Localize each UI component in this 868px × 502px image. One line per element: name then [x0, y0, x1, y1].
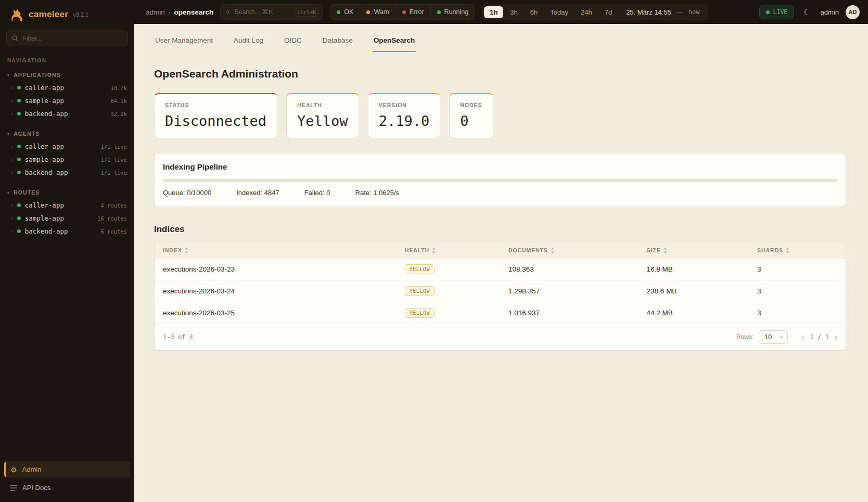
time-range-1h[interactable]: 1h	[484, 6, 503, 18]
tab-user-management[interactable]: User Management	[154, 36, 214, 52]
item-badge: 16 routes	[97, 215, 127, 222]
table-footer: 1-3 of 3 Rows: 10 ▾ ‹ 1 / 1 ›	[155, 324, 846, 350]
sidebar-item-app-caller[interactable]: › caller-app 10.7k	[0, 81, 134, 94]
time-range-today[interactable]: Today	[544, 6, 574, 18]
stat-value: Yellow	[297, 113, 348, 129]
time-range-now: now	[684, 8, 706, 16]
filter-ok-button[interactable]: OK	[330, 5, 360, 19]
pipeline-queue: Queue: 0/10000	[163, 189, 211, 197]
status-dot	[17, 158, 21, 161]
time-range-7d[interactable]: 7d	[599, 6, 618, 18]
table-row[interactable]: executions-2026-03-23 YELLOW 108.363 16.…	[155, 259, 846, 280]
cell-index: executions-2026-03-24	[155, 280, 397, 302]
page-indicator: 1 / 1	[810, 333, 829, 341]
table-row[interactable]: executions-2026-03-24 YELLOW 1.298.357 2…	[155, 280, 846, 302]
time-range-3h[interactable]: 3h	[504, 6, 523, 18]
item-label: sample-app	[25, 97, 64, 105]
list-icon	[10, 485, 17, 491]
sidebar-item-admin[interactable]: ⚙ Admin	[4, 461, 130, 478]
item-badge: 4 routes	[100, 202, 127, 209]
moon-icon: ☾	[803, 8, 811, 17]
stat-label: VERSION	[379, 102, 430, 108]
column-header-documents[interactable]: DOCUMENTS	[500, 242, 639, 259]
sidebar-item-route-sample[interactable]: › sample-app 16 routes	[0, 212, 134, 225]
caret-down-icon: ▾	[7, 73, 10, 78]
tab-database[interactable]: Database	[322, 36, 354, 52]
gear-icon: ⚙	[10, 466, 17, 473]
cell-shards: 3	[749, 302, 846, 324]
caret-down-icon: ▾	[7, 132, 10, 136]
section-header-routes[interactable]: ▾ ROUTES	[0, 187, 134, 199]
api-docs-label: API Docs	[22, 484, 50, 492]
pipeline-title: Indexing Pipeline	[163, 162, 837, 171]
breadcrumb-root[interactable]: admin	[146, 8, 165, 16]
filter-input[interactable]	[22, 34, 122, 42]
column-header-index[interactable]: INDEX	[155, 242, 397, 259]
tab-opensearch[interactable]: OpenSearch	[373, 36, 416, 52]
sidebar-item-app-sample[interactable]: › sample-app 84.1k	[0, 94, 134, 107]
item-badge: 6 routes	[100, 228, 127, 235]
chevron-right-icon: ›	[11, 85, 13, 91]
stat-cards: STATUS Disconnected HEALTH Yellow VERSIO…	[154, 93, 846, 138]
stat-value: 0	[460, 113, 482, 129]
filter-error-button[interactable]: Error	[395, 5, 430, 19]
tab-audit-log[interactable]: Audit Log	[233, 36, 264, 52]
status-dot	[17, 112, 21, 115]
pipeline-progress-bar	[163, 179, 837, 182]
section-header-applications[interactable]: ▾ APPLICATIONS	[0, 70, 134, 81]
search-input[interactable]	[234, 8, 290, 16]
sidebar-item-app-backend[interactable]: › backend-app 32.2k	[0, 107, 134, 120]
table-header-row: INDEX HEALTH DOCUMENTS SIZE SHARDS	[155, 242, 846, 259]
app-version: v3.2.1	[73, 11, 88, 18]
cell-shards: 3	[749, 280, 846, 302]
global-search: Ctrl+K	[220, 4, 323, 20]
cell-index: executions-2026-03-25	[155, 302, 397, 324]
avatar[interactable]: AD	[846, 5, 860, 19]
sidebar-item-agent-caller[interactable]: › caller-app 1/1 live	[0, 140, 134, 153]
column-header-shards[interactable]: SHARDS	[749, 242, 846, 259]
item-badge: 1/1 live	[100, 157, 127, 163]
item-label: caller-app	[25, 201, 64, 209]
time-range-6h[interactable]: 6h	[525, 6, 543, 18]
item-badge: 1/1 live	[100, 144, 127, 150]
item-label: sample-app	[25, 156, 64, 163]
item-label: caller-app	[25, 84, 64, 92]
section-header-agents[interactable]: ▾ AGENTS	[0, 128, 134, 140]
filter-running-button[interactable]: Running	[430, 5, 475, 19]
column-header-health[interactable]: HEALTH	[397, 242, 500, 259]
time-range-24h[interactable]: 24h	[575, 6, 598, 18]
dark-mode-toggle[interactable]: ☾	[801, 6, 813, 18]
status-filter-group: OK Warn Error Running	[330, 4, 475, 20]
sidebar-item-route-caller[interactable]: › caller-app 4 routes	[0, 199, 134, 212]
search-icon	[12, 35, 18, 42]
stat-card-version: VERSION 2.19.0	[368, 93, 441, 138]
filter-warn-button[interactable]: Warn	[360, 5, 395, 19]
next-page-button[interactable]: ›	[835, 333, 837, 341]
status-dot	[17, 145, 21, 148]
table-row[interactable]: executions-2026-03-25 YELLOW 1.016.937 4…	[155, 302, 846, 324]
sort-icon	[185, 248, 188, 253]
app-root: cameleer v3.2.1 NAVIGATION ▾ APPLICATION…	[0, 0, 868, 502]
indices-table: INDEX HEALTH DOCUMENTS SIZE SHARDS execu…	[155, 242, 846, 324]
column-label: HEALTH	[405, 247, 429, 253]
sidebar-item-agent-backend[interactable]: › backend-app 1/1 live	[0, 166, 134, 179]
live-toggle[interactable]: LIVE	[759, 5, 795, 19]
admin-label: Admin	[22, 466, 42, 473]
tab-oidc[interactable]: OIDC	[283, 36, 303, 52]
rows-per-page-select[interactable]: 10 ▾	[759, 330, 788, 344]
cameleer-logo-icon	[8, 8, 24, 21]
item-badge: 1/1 live	[100, 170, 127, 176]
navigation-label: NAVIGATION	[0, 55, 134, 70]
sidebar-item-api-docs[interactable]: API Docs	[4, 480, 130, 496]
stat-card-status: STATUS Disconnected	[154, 93, 277, 138]
sidebar-item-route-backend[interactable]: › backend-app 6 routes	[0, 225, 134, 238]
section-routes: ▾ ROUTES › caller-app 4 routes › sample-…	[0, 187, 134, 238]
column-header-size[interactable]: SIZE	[639, 242, 749, 259]
sidebar-item-agent-sample[interactable]: › sample-app 1/1 live	[0, 153, 134, 166]
live-dot-icon	[766, 10, 770, 14]
prev-page-button[interactable]: ‹	[801, 333, 804, 341]
pipeline-stats: Queue: 0/10000 Indexed: 4847 Failed: 0 R…	[163, 189, 837, 197]
page-title: OpenSearch Administration	[154, 68, 846, 80]
column-label: INDEX	[163, 247, 182, 253]
filter-label: Running	[444, 8, 469, 16]
